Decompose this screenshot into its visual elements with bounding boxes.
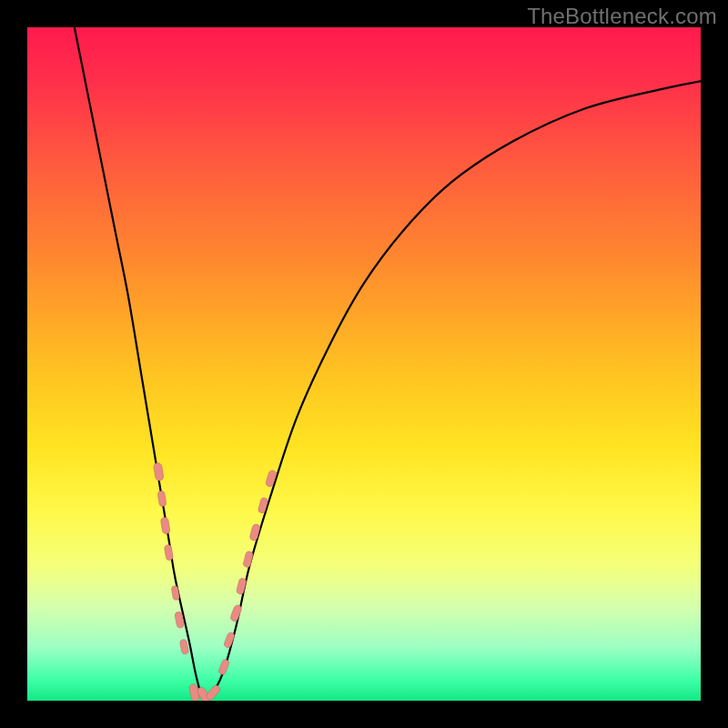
outer-frame: TheBottleneck.com xyxy=(0,0,728,728)
chart-svg xyxy=(27,27,701,701)
plot-area xyxy=(27,27,701,701)
watermark-text: TheBottleneck.com xyxy=(527,4,717,29)
gradient-background xyxy=(27,27,701,701)
